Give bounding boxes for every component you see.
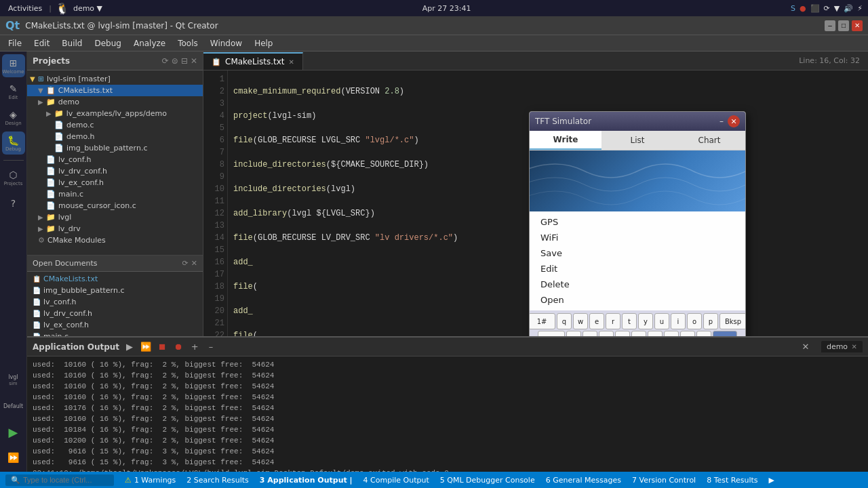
close-button[interactable]: ✕ <box>852 20 863 31</box>
tree-item-img-bubble[interactable]: 📄 img_bubble_pattern.c <box>27 142 203 154</box>
close-panel-btn[interactable]: ✕ <box>800 341 812 353</box>
locate-input[interactable] <box>23 476 104 484</box>
menu-edit[interactable]: Edit <box>28 37 55 49</box>
kbd-abc[interactable]: ABC <box>538 331 565 336</box>
tft-menu-wifi[interactable]: WiFi <box>530 230 745 245</box>
tree-item-lv-examples[interactable]: ▶ 📁 lv_examples/lv_apps/demo <box>27 108 203 119</box>
menu-build[interactable]: Build <box>56 37 87 49</box>
kbd-u[interactable]: u <box>654 313 669 329</box>
panel-tab-demo-close[interactable]: ✕ <box>852 343 857 350</box>
stop-icon[interactable]: ⏹ <box>156 341 168 353</box>
tree-item-main-c[interactable]: 📄 main.c <box>27 188 203 200</box>
kbd-w[interactable]: w <box>573 313 588 329</box>
kbd-d[interactable]: d <box>599 331 614 336</box>
remove-icon[interactable]: – <box>205 341 217 353</box>
kbd-h[interactable]: h <box>648 331 663 336</box>
status-compile-output[interactable]: 4 Compile Output <box>363 476 429 485</box>
kbd-y[interactable]: y <box>638 313 653 329</box>
welcome-btn[interactable]: ⊞ Welcome <box>2 54 25 77</box>
design-btn[interactable]: ◈ Design <box>2 106 25 129</box>
tree-item-lv-conf[interactable]: 📄 lv_conf.h <box>27 154 203 165</box>
kbd-f[interactable]: f <box>615 331 630 336</box>
tft-menu-save[interactable]: Save <box>530 245 745 261</box>
menu-analyze[interactable]: Analyze <box>128 37 171 49</box>
panel-tab-demo[interactable]: demo ✕ <box>821 341 863 352</box>
status-qml-debugger[interactable]: 5 QML Debugger Console <box>440 476 535 485</box>
open-docs-sync-icon[interactable]: ⟳ <box>182 259 189 268</box>
tft-tab-list[interactable]: List <box>601 131 673 150</box>
tft-menu-delete[interactable]: Delete <box>530 277 745 292</box>
open-doc-lv-conf[interactable]: 📄 lv_conf.h <box>30 296 200 308</box>
kbd-j[interactable]: j <box>664 331 679 336</box>
kbd-k[interactable]: k <box>680 331 695 336</box>
status-version-control[interactable]: 7 Version Control <box>632 476 696 485</box>
tree-item-demo[interactable]: ▶ 📁 demo <box>27 96 203 108</box>
status-general-messages[interactable]: 6 General Messages <box>546 476 621 485</box>
tree-item-demo-h[interactable]: 📄 demo.h <box>27 131 203 142</box>
run-btn[interactable]: ▶ <box>2 420 25 443</box>
maximize-button[interactable]: □ <box>838 20 849 31</box>
edit-btn[interactable]: ✎ Edit <box>2 80 25 103</box>
menu-help[interactable]: Help <box>249 37 278 49</box>
open-docs-close-icon[interactable]: ✕ <box>191 259 197 268</box>
menu-debug[interactable]: Debug <box>89 37 126 49</box>
kbd-o[interactable]: o <box>687 313 702 329</box>
tree-item-cmakelists[interactable]: ▼ 📋 CMakeLists.txt <box>27 85 203 96</box>
status-search-results[interactable]: 2 Search Results <box>186 476 249 485</box>
kbd-p[interactable]: p <box>703 313 718 329</box>
record-icon[interactable]: ⏺ <box>172 341 184 353</box>
kbd-t[interactable]: t <box>622 313 637 329</box>
collapse-icon[interactable]: ⊟ <box>181 56 188 66</box>
demo-dropdown[interactable]: demo ▼ <box>73 4 102 13</box>
run-debug-btn[interactable]: ⏩ <box>2 446 25 469</box>
tft-tab-chart[interactable]: Chart <box>673 131 745 150</box>
tft-minimize-icon[interactable]: – <box>719 117 724 126</box>
kbd-s[interactable]: s <box>583 331 597 336</box>
minimize-button[interactable]: – <box>825 20 835 31</box>
kbd-bksp[interactable]: Bksp <box>719 313 746 329</box>
menu-tools[interactable]: Tools <box>172 37 203 49</box>
status-more-icon[interactable]: ▶ <box>769 476 774 485</box>
lvgl-btn[interactable]: lvgl sim <box>2 369 25 392</box>
activities-btn[interactable]: Activities <box>5 4 45 13</box>
tft-menu-open[interactable]: Open <box>530 292 745 308</box>
kbd-g[interactable]: g <box>631 331 646 336</box>
kbd-enter[interactable]: Enter <box>713 331 737 336</box>
tft-menu-edit[interactable]: Edit <box>530 261 745 277</box>
kbd-l[interactable]: l <box>696 331 711 336</box>
tree-item-cmake-modules[interactable]: ⚙ CMake Modules <box>27 235 203 246</box>
kbd-r[interactable]: r <box>606 313 620 329</box>
status-app-output[interactable]: 3 Application Output | <box>260 476 353 485</box>
tft-menu-gps[interactable]: GPS <box>530 214 745 230</box>
status-input[interactable]: 🔍 <box>5 474 114 486</box>
menu-window[interactable]: Window <box>205 37 248 49</box>
tree-item-lv-ex-conf[interactable]: 📄 lv_ex_conf.h <box>27 177 203 188</box>
tab-close-icon[interactable]: ✕ <box>289 58 294 66</box>
tree-item-root[interactable]: ▼ ⊞ lvgl-sim [master] <box>27 73 203 85</box>
tree-item-mouse-cursor[interactable]: 📄 mouse_cursor_icon.c <box>27 200 203 211</box>
projects-btn[interactable]: ⬡ Projects <box>2 166 25 189</box>
play-icon[interactable]: ▶ <box>123 341 136 353</box>
default-kit-btn[interactable]: Default <box>2 394 25 418</box>
kbd-1hash[interactable]: 1# <box>529 313 555 329</box>
tree-item-lv-drv[interactable]: ▶ 📁 lv_drv <box>27 223 203 235</box>
tft-close-button[interactable]: ✕ <box>728 115 740 127</box>
editor-tab-cmakelists[interactable]: 📋 CMakeLists.txt ✕ <box>203 52 303 70</box>
open-doc-lv-drv-conf[interactable]: 📄 lv_drv_conf.h <box>30 308 200 319</box>
open-doc-cmakelists[interactable]: 📋 CMakeLists.txt <box>30 273 200 285</box>
close-panel-icon[interactable]: ✕ <box>191 56 197 66</box>
help-icon-btn[interactable]: ? <box>2 192 25 215</box>
open-doc-lv-ex-conf[interactable]: 📄 lv_ex_conf.h <box>30 319 200 331</box>
kbd-q[interactable]: q <box>557 313 572 329</box>
sync-icon[interactable]: ⟳ <box>162 56 169 66</box>
add-icon[interactable]: + <box>189 341 201 353</box>
debug-btn[interactable]: 🐛 Debug <box>2 131 25 155</box>
tree-item-demo-c[interactable]: 📄 demo.c <box>27 119 203 131</box>
kbd-e[interactable]: e <box>589 313 604 329</box>
open-doc-img-bubble[interactable]: 📄 img_bubble_pattern.c <box>30 285 200 296</box>
kbd-a[interactable]: a <box>566 331 581 336</box>
menu-file[interactable]: File <box>3 37 27 49</box>
kbd-i[interactable]: i <box>671 313 686 329</box>
status-test-results[interactable]: 8 Test Results <box>707 476 757 485</box>
tft-tab-write[interactable]: Write <box>530 131 601 150</box>
